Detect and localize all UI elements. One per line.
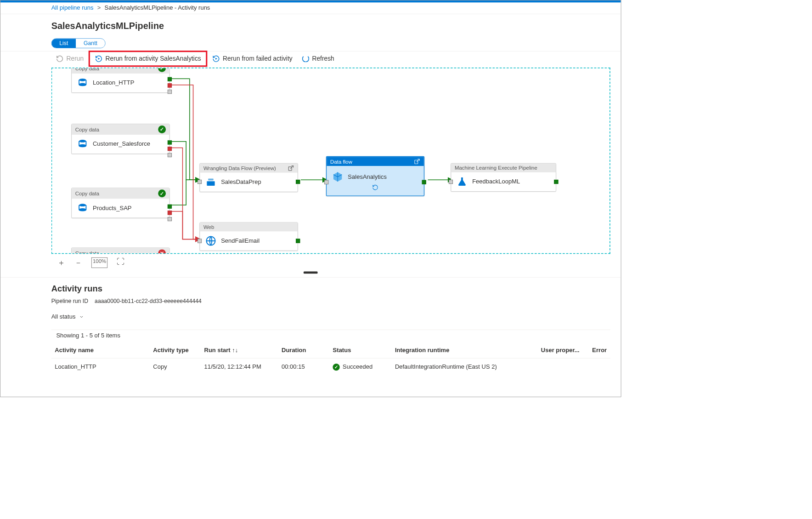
zoom-100-button[interactable]: 100% — [91, 257, 107, 268]
breadcrumb-separator: > — [97, 5, 101, 11]
svg-rect-12 — [415, 160, 418, 164]
status-success-icon: ✓ — [158, 68, 166, 72]
pipeline-run-id: Pipeline run ID aaaa0000-bb11-cc22-dd33-… — [51, 298, 610, 304]
refresh-small-icon — [372, 184, 378, 191]
rerun-icon — [95, 55, 103, 63]
rerun-icon — [212, 55, 220, 63]
chevron-down-icon — [79, 314, 84, 319]
svg-marker-0 — [98, 58, 100, 60]
activity-node-customer-salesforce[interactable]: Copy data✓ Customer_Salesforce — [71, 124, 169, 154]
activity-node-feedbackloopml[interactable]: Machine Learning Execute Pipeline Feedba… — [451, 163, 556, 192]
col-error[interactable]: Error — [589, 342, 610, 358]
rerun-button[interactable]: Rerun — [56, 55, 84, 63]
refresh-icon — [302, 55, 309, 62]
col-integration-runtime[interactable]: Integration runtime — [391, 342, 537, 358]
open-external-icon[interactable] — [288, 165, 294, 171]
svg-point-6 — [79, 204, 86, 206]
svg-point-7 — [79, 208, 86, 211]
status-success-icon: ✓ — [333, 364, 340, 371]
svg-rect-9 — [207, 181, 214, 186]
database-icon — [77, 138, 89, 150]
view-toggle-list[interactable]: List — [51, 39, 76, 48]
activity-node-location-http[interactable]: Copy data✓ Location_HTTP — [71, 68, 169, 93]
svg-rect-8 — [288, 167, 292, 171]
pipeline-canvas[interactable]: Copy data✓ Location_HTTP Copy data✓ Cust… — [51, 68, 610, 254]
activity-runs-table: Activity name Activity type Run start ↑↓… — [51, 342, 610, 376]
ml-flask-icon — [456, 176, 468, 188]
database-icon — [77, 77, 89, 89]
open-external-icon[interactable] — [414, 158, 420, 165]
svg-rect-10 — [208, 179, 213, 181]
activity-node-salesanalytics[interactable]: Data flow SalesAnalytics — [326, 156, 424, 196]
table-row[interactable]: Location_HTTP Copy 11/5/20, 12:12:44 PM … — [51, 358, 610, 375]
svg-point-5 — [79, 144, 86, 147]
svg-point-4 — [79, 140, 86, 143]
canvas-zoom-controls: ＋ － 100% ⛶ — [51, 254, 610, 268]
activity-node-sendfailemail[interactable]: Web SendFailEmail — [200, 222, 298, 251]
breadcrumb: All pipeline runs > SalesAnalyticsMLPipe… — [0, 2, 621, 14]
refresh-button[interactable]: Refresh — [302, 55, 334, 63]
svg-point-3 — [79, 83, 86, 86]
svg-point-2 — [79, 79, 86, 81]
rerun-from-failed-button[interactable]: Rerun from failed activity — [212, 55, 292, 63]
col-activity-type[interactable]: Activity type — [150, 342, 201, 358]
col-duration[interactable]: Duration — [278, 342, 329, 358]
cube-icon — [332, 171, 344, 183]
activity-runs-heading: Activity runs — [51, 284, 610, 293]
zoom-in-button[interactable]: ＋ — [57, 257, 65, 268]
results-count: Showing 1 - 5 of 5 items — [51, 330, 610, 343]
activity-node-products-sap[interactable]: Copy data✓ Products_SAP — [71, 188, 169, 218]
activity-node-salesdataprep[interactable]: Wrangling Data Flow (Preview) SalesDataP… — [200, 163, 298, 192]
breadcrumb-root[interactable]: All pipeline runs — [51, 5, 94, 11]
col-activity-name[interactable]: Activity name — [51, 342, 150, 358]
status-filter-dropdown[interactable]: All status — [51, 312, 84, 326]
view-toggle: List Gantt — [51, 38, 106, 48]
rerun-icon — [56, 55, 64, 63]
col-status[interactable]: Status — [329, 342, 391, 358]
view-toggle-gantt[interactable]: Gantt — [76, 39, 105, 48]
toolbar: Rerun Rerun from activity SalesAnalytics… — [0, 51, 621, 66]
status-success-icon: ✓ — [158, 189, 166, 197]
rerun-from-activity-button[interactable]: Rerun from activity SalesAnalytics — [89, 51, 208, 67]
page-title: SalesAnalyticsMLPipeline — [0, 14, 621, 35]
svg-marker-1 — [215, 58, 217, 60]
status-error-icon: ✕ — [158, 249, 166, 254]
sort-icon: ↑↓ — [232, 347, 238, 354]
col-user-properties[interactable]: User proper... — [537, 342, 589, 358]
status-success-icon: ✓ — [158, 125, 166, 133]
col-run-start[interactable]: Run start ↑↓ — [201, 342, 278, 358]
breadcrumb-current: SalesAnalyticsMLPipeline - Activity runs — [105, 5, 210, 11]
database-icon — [77, 202, 89, 214]
resize-handle[interactable] — [304, 272, 318, 274]
activity-node-partial[interactable]: Copy data✕ — [71, 248, 169, 254]
globe-icon — [205, 235, 217, 247]
fit-to-screen-button[interactable]: ⛶ — [117, 257, 124, 268]
dataflow-icon — [205, 176, 217, 188]
zoom-out-button[interactable]: － — [74, 257, 82, 268]
